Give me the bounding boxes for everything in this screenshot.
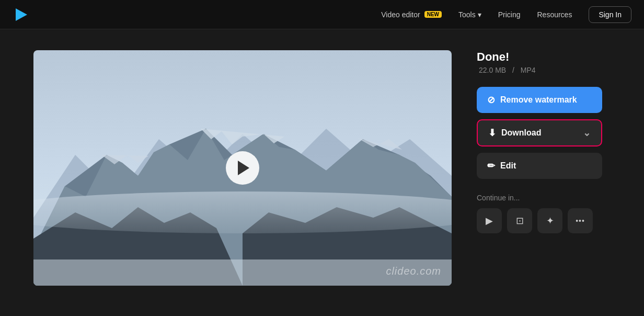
video-player: clideo.com [33, 50, 452, 286]
continue-sparkle-button[interactable]: ✦ [537, 208, 562, 233]
continue-label: Continue in... [477, 194, 611, 202]
logo[interactable] [13, 6, 29, 23]
remove-watermark-label: Remove watermark [500, 95, 577, 105]
nav-pricing[interactable]: Pricing [492, 7, 527, 22]
continue-video-editor-button[interactable]: ▶ [477, 208, 502, 233]
file-info: 22.0 MB / MP4 [477, 66, 611, 74]
continue-sparkle-icon: ✦ [546, 215, 554, 227]
svg-marker-0 [16, 8, 27, 21]
result-panel: Done! 22.0 MB / MP4 ⊘ Remove watermark ⬇… [477, 50, 611, 233]
tools-chevron-icon: ▾ [478, 10, 481, 19]
navbar: Video editor NEW Tools ▾ Pricing Resourc… [0, 0, 644, 29]
continue-more-icon: ••• [576, 217, 585, 225]
play-icon [238, 161, 249, 175]
continue-icons: ▶ ⊡ ✦ ••• [477, 208, 611, 233]
edit-label: Edit [500, 161, 516, 171]
nav-tools-label: Tools [458, 10, 476, 19]
remove-watermark-icon: ⊘ [487, 94, 495, 106]
done-title: Done! [477, 50, 611, 64]
continue-subtitle-button[interactable]: ⊡ [507, 208, 532, 233]
download-chevron-icon: ⌄ [583, 127, 591, 139]
sign-in-button[interactable]: Sign In [589, 6, 631, 23]
continue-video-editor-icon: ▶ [486, 215, 493, 227]
nav-pricing-label: Pricing [498, 10, 521, 19]
nav-resources[interactable]: Resources [531, 7, 578, 22]
nav-links: Video editor NEW Tools ▾ Pricing Resourc… [375, 6, 631, 23]
file-type: MP4 [521, 66, 536, 74]
main-content: clideo.com Done! 22.0 MB / MP4 ⊘ Remove … [0, 29, 644, 307]
svg-point-10 [33, 191, 452, 233]
edit-icon: ✏ [487, 160, 495, 172]
new-badge: NEW [424, 11, 442, 18]
nav-video-editor[interactable]: Video editor NEW [375, 7, 448, 22]
continue-more-button[interactable]: ••• [568, 208, 593, 233]
remove-watermark-button[interactable]: ⊘ Remove watermark [477, 87, 602, 113]
continue-subtitle-icon: ⊡ [516, 215, 524, 227]
edit-button[interactable]: ✏ Edit [477, 153, 602, 179]
nav-resources-label: Resources [537, 10, 572, 19]
download-icon: ⬇ [488, 127, 496, 139]
download-label: Download [501, 128, 541, 138]
file-separator: / [512, 66, 514, 74]
nav-tools[interactable]: Tools ▾ [452, 7, 488, 22]
file-size: 22.0 MB [479, 66, 506, 74]
logo-icon [13, 6, 29, 23]
play-button[interactable] [226, 151, 259, 185]
nav-video-editor-label: Video editor [381, 10, 420, 19]
download-button[interactable]: ⬇ Download ⌄ [477, 119, 602, 146]
video-watermark: clideo.com [386, 265, 441, 277]
